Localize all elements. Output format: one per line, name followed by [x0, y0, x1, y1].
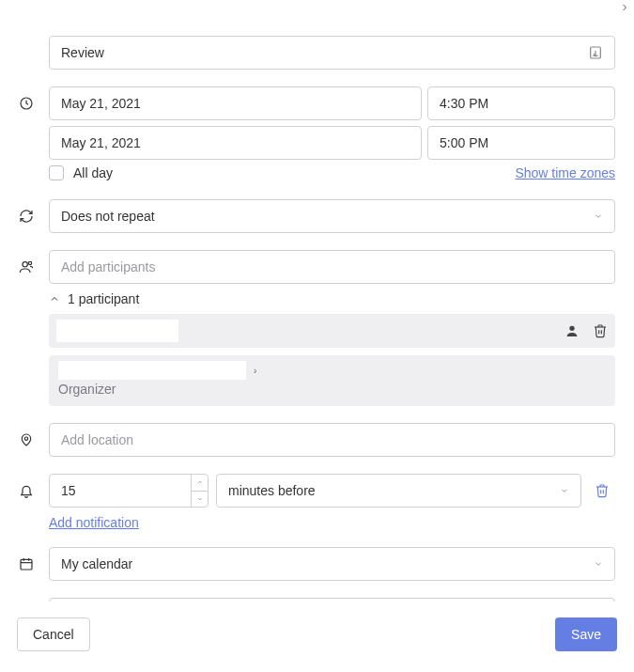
contact-icon[interactable] — [564, 323, 580, 338]
save-title-icon[interactable] — [588, 45, 603, 60]
delete-notification-icon[interactable] — [589, 477, 615, 504]
participants-summary: 1 participant — [68, 291, 139, 306]
caret-right-icon: › — [254, 366, 256, 376]
description-input[interactable]: Add description — [49, 598, 615, 602]
participants-placeholder: Add participants — [61, 259, 155, 274]
event-title-input[interactable]: Review — [49, 36, 615, 70]
end-time-value: 5:00 PM — [440, 135, 488, 150]
notification-unit-value: minutes before — [228, 483, 316, 498]
footer-bar: Cancel Save — [0, 602, 634, 672]
start-time-value: 4:30 PM — [440, 96, 488, 111]
spinner-down[interactable] — [192, 492, 208, 508]
location-icon — [19, 423, 49, 447]
event-title-value: Review — [61, 45, 104, 60]
notification-unit-select[interactable]: minutes before — [216, 474, 581, 508]
chevron-down-icon — [594, 559, 603, 569]
cancel-button[interactable]: Cancel — [17, 617, 90, 651]
repeat-icon — [19, 199, 49, 224]
chevron-up-icon — [49, 293, 60, 305]
start-date-input[interactable]: May 21, 2021 — [49, 86, 422, 120]
spinner-up[interactable] — [192, 475, 208, 492]
save-button[interactable]: Save — [555, 617, 617, 651]
description-icon — [19, 598, 49, 602]
participants-icon — [19, 250, 49, 274]
repeat-value: Does not repeat — [61, 209, 155, 224]
svg-point-6 — [24, 437, 27, 440]
start-date-value: May 21, 2021 — [61, 96, 141, 111]
location-input[interactable]: Add location — [49, 423, 615, 457]
participants-toggle[interactable]: 1 participant — [49, 284, 615, 314]
calendar-icon — [19, 547, 49, 571]
delete-participant-icon[interactable] — [593, 323, 608, 338]
start-time-input[interactable]: 4:30 PM — [427, 86, 615, 120]
svg-point-5 — [569, 326, 574, 331]
show-timezones-link[interactable]: Show time zones — [515, 165, 615, 180]
svg-point-4 — [28, 261, 31, 264]
checkbox-box — [49, 165, 64, 180]
all-day-label: All day — [73, 165, 113, 180]
end-time-input[interactable]: 5:00 PM — [427, 126, 615, 160]
organizer-row: › Organizer — [49, 355, 615, 406]
calendar-value: My calendar — [61, 556, 132, 571]
end-date-input[interactable]: May 21, 2021 — [49, 126, 422, 160]
organizer-label: Organizer — [58, 382, 606, 397]
notification-number-input[interactable]: 15 — [49, 474, 209, 508]
all-day-checkbox[interactable]: All day — [49, 165, 113, 180]
organizer-name-redacted — [58, 361, 246, 380]
bell-icon — [19, 474, 49, 498]
add-notification-link[interactable]: Add notification — [49, 515, 139, 530]
participant-row — [49, 314, 615, 348]
repeat-select[interactable]: Does not repeat — [49, 199, 615, 233]
svg-point-3 — [23, 262, 27, 267]
chevron-down-icon — [594, 211, 603, 221]
chevron-down-icon — [560, 486, 569, 495]
end-date-value: May 21, 2021 — [61, 135, 141, 150]
svg-rect-7 — [21, 559, 32, 570]
expand-arrow-icon[interactable] — [619, 2, 630, 13]
clock-icon — [19, 86, 49, 111]
participants-input[interactable]: Add participants — [49, 250, 615, 284]
location-placeholder: Add location — [61, 432, 133, 447]
notification-number-value: 15 — [50, 475, 191, 507]
calendar-select[interactable]: My calendar — [49, 547, 615, 581]
participant-name-redacted — [56, 320, 178, 342]
